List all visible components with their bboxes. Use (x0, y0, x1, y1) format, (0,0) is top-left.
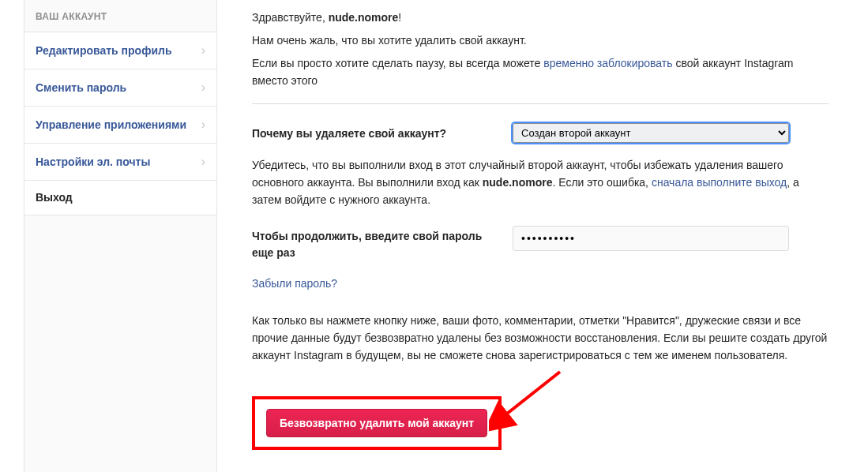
greeting-text: Здравствуйте, nude.nomore! (252, 9, 829, 26)
reason-label: Почему вы удаляете свой аккаунт? (252, 123, 497, 142)
chevron-right-icon: › (201, 41, 205, 60)
delete-button-highlight: Безвозвратно удалить мой аккаунт (252, 396, 502, 450)
sidebar-filler (24, 215, 216, 472)
final-warning-text: Как только вы нажмете кнопку ниже, ваши … (252, 313, 829, 364)
permanently-delete-button[interactable]: Безвозвратно удалить мой аккаунт (266, 409, 487, 437)
logout-first-link[interactable]: сначала выполните выход (652, 176, 787, 189)
logged-in-user: nude.nomore (483, 176, 553, 189)
temporarily-disable-link[interactable]: временно заблокировать (543, 57, 672, 69)
main-content: Здравствуйте, nude.nomore! Нам очень жал… (217, 0, 868, 472)
password-input[interactable] (513, 226, 789, 251)
chevron-right-icon: › (201, 152, 205, 171)
reason-select[interactable]: Создан второй аккаунт (513, 123, 789, 143)
svg-line-0 (503, 372, 560, 417)
sidebar-item-manage-apps[interactable]: Управление приложениями › (24, 106, 216, 143)
sidebar-item-label: Выход (36, 189, 73, 206)
divider (252, 103, 829, 104)
username: nude.nomore (329, 11, 399, 24)
password-label: Чтобы продолжить, введите свой пароль ещ… (252, 226, 497, 261)
sidebar-item-label: Настройки эл. почты (36, 154, 150, 170)
sidebar-item-change-password[interactable]: Сменить пароль › (24, 69, 216, 106)
sidebar-item-logout[interactable]: Выход (24, 180, 216, 215)
sidebar: ВАШ АККАУНТ Редактировать профиль › Смен… (0, 0, 217, 472)
forgot-password-link[interactable]: Забыли пароль? (252, 275, 337, 292)
chevron-right-icon: › (201, 115, 205, 134)
sidebar-item-label: Редактировать профиль (36, 43, 172, 59)
chevron-right-icon: › (201, 78, 205, 97)
sidebar-item-email-settings[interactable]: Настройки эл. почты › (24, 143, 216, 180)
annotation-arrow-icon (489, 368, 568, 431)
sidebar-header: ВАШ АККАУНТ (24, 0, 216, 32)
sidebar-item-edit-profile[interactable]: Редактировать профиль › (24, 32, 216, 69)
sidebar-item-label: Управление приложениями (36, 117, 186, 133)
login-warning-text: Убедитесь, что вы выполнили вход в этот … (252, 157, 829, 208)
sidebar-item-label: Сменить пароль (36, 80, 126, 96)
sorry-text: Нам очень жаль, что вы хотите удалить св… (252, 32, 829, 49)
pause-text: Если вы просто хотите сделать паузу, вы … (252, 55, 829, 89)
